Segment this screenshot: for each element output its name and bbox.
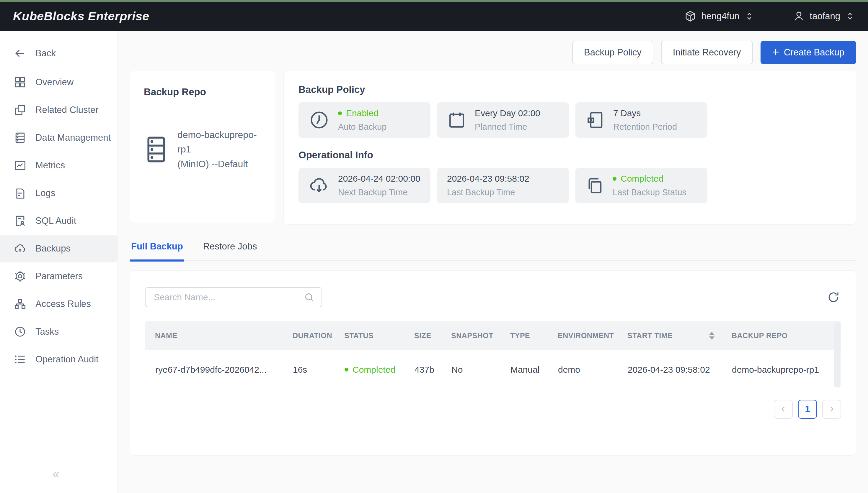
last-backup-status-tile: Completed Last Backup Status	[576, 168, 707, 203]
status-dot	[338, 111, 342, 115]
backups-icon	[14, 242, 26, 255]
sidebar-item-overview[interactable]: Overview	[0, 68, 118, 96]
plus-icon: +	[772, 46, 779, 58]
pagination: 1	[145, 400, 841, 419]
workspace-switcher[interactable]: heng4fun	[684, 10, 754, 22]
create-backup-button[interactable]: + Create Backup	[761, 41, 856, 64]
row-status: Completed	[352, 365, 395, 375]
auto-backup-tile: Enabled Auto Backup	[299, 102, 430, 138]
row-environment: demo	[558, 365, 628, 375]
row-snapshot: No	[451, 365, 510, 375]
back-arrow-icon	[14, 47, 26, 60]
calendar-icon	[447, 110, 466, 130]
last-backup-time-tile: 2026-04-23 09:58:02 Last Backup Time	[437, 168, 569, 203]
sidebar: Back Overview Related Cluster Data Manag…	[0, 31, 118, 493]
sidebar-item-back[interactable]: Back	[0, 40, 118, 67]
backup-table: NAME DURATION STATUS SIZE SNAPSHOT TYPE …	[145, 321, 841, 389]
clock-icon	[308, 109, 330, 131]
topbar: KubeBlocks Enterprise heng4fun taofang	[0, 2, 868, 31]
auto-backup-label: Auto Backup	[338, 122, 386, 132]
sidebar-item-sql-audit[interactable]: SQL Audit	[0, 207, 118, 235]
chevron-left-icon	[779, 405, 788, 414]
start-time-sort-control[interactable]	[709, 332, 714, 340]
related-cluster-icon	[14, 104, 26, 116]
sidebar-item-logs[interactable]: Logs	[0, 179, 118, 207]
workspace-name: heng4fun	[701, 11, 739, 22]
row-type: Manual	[510, 365, 558, 375]
row-name: rye67-d7b499dfc-2026042...	[145, 365, 293, 375]
row-size: 437b	[415, 365, 451, 375]
user-menu[interactable]: taofang	[793, 10, 855, 22]
refresh-icon	[827, 291, 840, 304]
last-backup-time-label: Last Backup Time	[447, 188, 529, 197]
tab-restore-jobs[interactable]: Restore Jobs	[202, 239, 258, 261]
pagination-prev-button[interactable]	[774, 400, 793, 419]
parameters-gear-icon	[14, 270, 26, 283]
auto-backup-status: Enabled	[346, 108, 379, 118]
sidebar-collapse-button[interactable]: «	[53, 467, 59, 480]
search-icon	[304, 292, 315, 303]
retention-value: 7 Days	[613, 108, 677, 118]
refresh-button[interactable]	[826, 290, 841, 305]
next-backup-tile: 2026-04-24 02:00:00 Next Backup Time	[299, 168, 430, 203]
backup-policy-button[interactable]: Backup Policy	[572, 41, 653, 64]
status-dot	[345, 368, 348, 371]
page-actions: Backup Policy Initiate Recovery + Create…	[130, 41, 856, 64]
operation-audit-list-icon	[14, 353, 26, 366]
cube-icon	[684, 10, 697, 22]
sidebar-item-related-cluster[interactable]: Related Cluster	[0, 96, 118, 124]
sidebar-item-metrics[interactable]: Metrics	[0, 152, 118, 179]
repo-name: demo-backuprepo-rp1	[178, 128, 261, 157]
planned-time-value: Every Day 02:00	[475, 108, 540, 118]
retention-period-tile: 7 Days Retention Period	[576, 102, 707, 138]
next-backup-time: 2026-04-24 02:00:00	[338, 174, 420, 184]
tasks-clock-icon	[14, 325, 26, 338]
table-row[interactable]: rye67-d7b499dfc-2026042... 16s Completed…	[145, 350, 841, 389]
data-management-icon	[14, 131, 26, 144]
chevron-updown-icon	[845, 11, 855, 21]
next-backup-label: Next Backup Time	[338, 188, 420, 197]
sidebar-item-backups[interactable]: Backups	[0, 235, 118, 262]
retention-wallet-icon	[585, 110, 605, 130]
last-backup-time: 2026-04-23 09:58:02	[447, 174, 529, 184]
user-name: taofang	[810, 11, 840, 22]
status-dot	[613, 177, 617, 181]
pagination-page-1[interactable]: 1	[798, 400, 817, 419]
table-scrollbar[interactable]	[834, 322, 841, 387]
planned-time-label: Planned Time	[475, 122, 540, 132]
search-input[interactable]	[145, 287, 322, 307]
repo-type-default: (MinIO) --Default	[178, 157, 261, 172]
tab-full-backup[interactable]: Full Backup	[130, 239, 184, 261]
app-logo: KubeBlocks Enterprise	[13, 9, 149, 23]
row-duration: 16s	[293, 365, 345, 375]
backup-list-card: NAME DURATION STATUS SIZE SNAPSHOT TYPE …	[130, 271, 856, 455]
access-rules-icon	[14, 298, 26, 310]
backup-policy-title: Backup Policy	[299, 84, 841, 95]
copy-pages-icon	[585, 176, 604, 195]
user-icon	[793, 10, 805, 22]
cloud-download-icon	[308, 175, 330, 196]
sidebar-item-operation-audit[interactable]: Operation Audit	[0, 346, 118, 373]
table-header: NAME DURATION STATUS SIZE SNAPSHOT TYPE …	[145, 321, 841, 350]
last-backup-status: Completed	[621, 174, 663, 184]
sidebar-item-access-rules[interactable]: Access Rules	[0, 290, 118, 318]
retention-label: Retention Period	[613, 122, 677, 132]
operational-info-title: Operational Info	[299, 150, 841, 161]
backup-policy-card: Backup Policy Enabled Auto Backup Every …	[283, 71, 856, 225]
search-box	[145, 287, 322, 307]
planned-time-tile: Every Day 02:00 Planned Time	[437, 102, 569, 138]
initiate-recovery-button[interactable]: Initiate Recovery	[661, 41, 753, 64]
main-content: Backup Policy Initiate Recovery + Create…	[118, 31, 868, 493]
backup-repo-server-icon	[144, 135, 168, 164]
sidebar-item-parameters[interactable]: Parameters	[0, 262, 118, 290]
sql-audit-icon	[14, 214, 26, 227]
sidebar-item-tasks[interactable]: Tasks	[0, 318, 118, 346]
sidebar-item-data-management[interactable]: Data Management	[0, 124, 118, 152]
row-start-time: 2026-04-23 09:58:02	[628, 365, 732, 375]
row-backup-repo: demo-backuprepo-rp1	[732, 365, 841, 375]
chevron-updown-icon	[744, 11, 754, 21]
logs-icon	[14, 187, 26, 200]
pagination-next-button[interactable]	[822, 400, 841, 419]
tabs: Full Backup Restore Jobs	[130, 239, 856, 261]
last-backup-status-label: Last Backup Status	[613, 188, 686, 197]
